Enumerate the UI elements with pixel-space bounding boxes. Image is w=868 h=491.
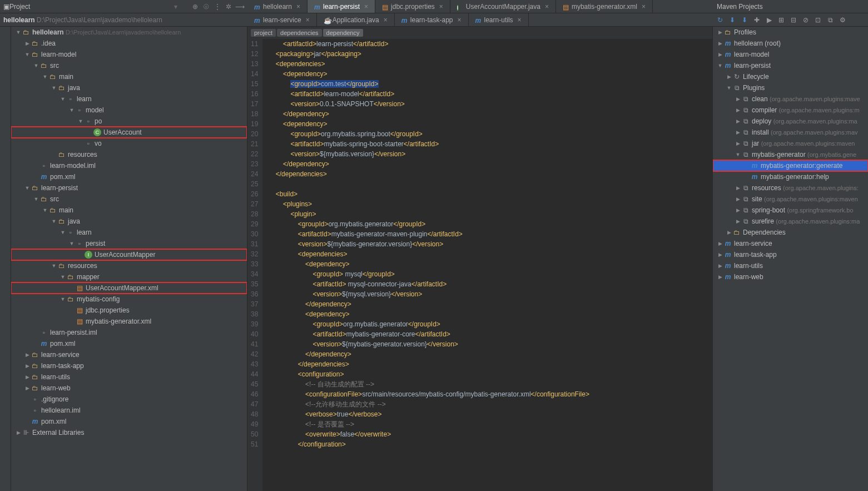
tree-arrow-icon[interactable]: ▼: [23, 185, 31, 191]
close-icon[interactable]: ×: [439, 3, 443, 11]
tree-arrow-icon[interactable]: ▼: [50, 219, 58, 224]
tree-item[interactable]: ▼🗀src: [11, 60, 247, 71]
tree-arrow-icon[interactable]: ▶: [716, 263, 724, 269]
close-icon[interactable]: ×: [364, 3, 368, 11]
add-icon[interactable]: ✚: [752, 16, 761, 24]
collapse-all-icon[interactable]: ⊡: [814, 16, 822, 24]
tree-arrow-icon[interactable]: ▶: [734, 185, 742, 191]
tree-arrow-icon[interactable]: ▼: [50, 85, 58, 91]
tree-arrow-icon[interactable]: ▶: [734, 107, 742, 113]
tree-arrow-icon[interactable]: ▼: [59, 96, 67, 102]
tree-item[interactable]: ▼🗀mapper: [11, 271, 247, 282]
tree-arrow-icon[interactable]: ▶: [725, 74, 733, 80]
close-icon[interactable]: ×: [545, 3, 549, 11]
tree-arrow-icon[interactable]: ▶: [716, 274, 724, 280]
maven-tree-item[interactable]: ▶⧉spring-boot (org.springframework.bo: [713, 205, 868, 216]
tree-arrow-icon[interactable]: ▶: [734, 219, 742, 224]
gear-icon[interactable]: ✲: [224, 2, 233, 11]
tree-arrow-icon[interactable]: ▼: [32, 196, 40, 202]
tree-arrow-icon[interactable]: ▼: [59, 296, 67, 302]
tree-item[interactable]: ▼🗀main: [11, 71, 247, 82]
maven-tree-item[interactable]: ▶mhellolearn (root): [713, 38, 868, 49]
tree-item[interactable]: ▼🗀java: [11, 216, 247, 227]
tree-arrow-icon[interactable]: ▶: [734, 96, 742, 102]
toggle-icon[interactable]: ⊞: [777, 16, 786, 24]
tree-item[interactable]: ▼🗀hellolearn D:\Project\Java\Learn\javad…: [11, 27, 247, 38]
collapse-icon[interactable]: ⊕: [191, 2, 200, 11]
editor-tab[interactable]: mhellolearn×: [247, 0, 307, 13]
maven-tree-item[interactable]: ▼mlearn-persist: [713, 60, 868, 71]
close-icon[interactable]: ×: [518, 16, 522, 24]
tree-arrow-icon[interactable]: ▶: [716, 29, 724, 35]
close-icon[interactable]: ×: [296, 3, 300, 11]
maven-tree-item[interactable]: ▶⧉clean (org.apache.maven.plugins:mave: [713, 93, 868, 105]
settings-icon[interactable]: ⧉: [826, 16, 835, 24]
tree-item[interactable]: ▼▫learn: [11, 227, 247, 238]
tree-item[interactable]: ▫.gitignore: [11, 394, 247, 405]
maven-tree-item[interactable]: ▶mlearn-task-app: [713, 249, 868, 260]
tree-item[interactable]: ▶🗀learn-task-app: [11, 360, 247, 371]
editor-tab[interactable]: mlearn-service×: [247, 13, 317, 27]
maven-tree-item[interactable]: ▶↻Lifecycle: [713, 71, 868, 82]
maven-tree-item[interactable]: ▼⧉Plugins: [713, 82, 868, 93]
skip-tests-icon[interactable]: ⊘: [801, 16, 810, 24]
code-content[interactable]: <artifactId>learn-persist</artifactId> <…: [262, 39, 589, 491]
maven-tree-item[interactable]: ▶⧉jar (org.apache.maven.plugins:maven: [713, 138, 868, 149]
tree-item[interactable]: ▼🗀java: [11, 82, 247, 93]
tree-item[interactable]: ▼🗀resources: [11, 260, 247, 271]
tree-arrow-icon[interactable]: ▼: [59, 274, 67, 280]
tree-item[interactable]: ▼🗀learn-persist: [11, 182, 247, 194]
tree-arrow-icon[interactable]: ▼: [734, 152, 742, 157]
maven-tree-item[interactable]: ▶mlearn-model: [713, 49, 868, 60]
maven-tree-item[interactable]: mmybatis-generator:generate: [713, 160, 868, 171]
tree-arrow-icon[interactable]: ▼: [41, 207, 49, 213]
editor-tab[interactable]: mlearn-persist×: [307, 0, 375, 13]
tree-arrow-icon[interactable]: ▶: [734, 207, 742, 213]
tree-arrow-icon[interactable]: ▶: [734, 130, 742, 135]
tree-arrow-icon[interactable]: ▼: [716, 63, 724, 68]
tree-item[interactable]: CUserAccount: [11, 127, 247, 138]
generate-sources-icon[interactable]: ⬇: [728, 16, 737, 24]
tree-arrow-icon[interactable]: ▼: [50, 263, 58, 269]
breadcrumb-item[interactable]: dependencies: [277, 29, 322, 37]
tree-item[interactable]: 🗀resources: [11, 149, 247, 160]
tree-arrow-icon[interactable]: ▶: [734, 196, 742, 202]
tree-arrow-icon[interactable]: ▼: [68, 241, 76, 246]
maven-tree-item[interactable]: ▶mlearn-web: [713, 271, 868, 282]
tree-item[interactable]: ▫hellolearn.iml: [11, 405, 247, 416]
maven-tree[interactable]: ▶🗀Profiles▶mhellolearn (root)▶mlearn-mod…: [712, 27, 868, 491]
tree-arrow-icon[interactable]: ▶: [716, 41, 724, 46]
close-icon[interactable]: ×: [306, 16, 310, 24]
tree-arrow-icon[interactable]: ▶: [23, 41, 31, 46]
run-icon[interactable]: ▶: [765, 16, 773, 24]
tree-item[interactable]: ▶🗀learn-web: [11, 383, 247, 394]
tree-item[interactable]: IUserAccountMapper: [11, 249, 247, 260]
toggle2-icon[interactable]: ⊟: [789, 16, 798, 24]
editor-tab[interactable]: ☕Application.java×: [317, 13, 395, 27]
tree-item[interactable]: ▤mybatis-generator.xml: [11, 316, 247, 327]
tree-item[interactable]: mpom.xml: [11, 171, 247, 182]
tree-arrow-icon[interactable]: ▶: [23, 352, 31, 358]
editor-tab[interactable]: IUserAccountMapper.java×: [450, 0, 556, 13]
tree-item[interactable]: mpom.xml: [11, 338, 247, 349]
tree-item[interactable]: ▫learn-model.iml: [11, 160, 247, 171]
maven-tree-item[interactable]: ▶🗀Dependencies: [713, 227, 868, 238]
editor-tab[interactable]: mlearn-utils×: [469, 13, 529, 27]
tree-arrow-icon[interactable]: ▼: [725, 85, 733, 91]
maven-tree-item[interactable]: ▶🗀Profiles: [713, 27, 868, 38]
reimport-icon[interactable]: ↻: [716, 16, 725, 24]
maven-tree-item[interactable]: ▶⧉compiler (org.apache.maven.plugins:m: [713, 105, 868, 116]
tree-arrow-icon[interactable]: ▶: [716, 241, 724, 246]
tree-arrow-icon[interactable]: ▼: [68, 107, 76, 113]
editor-tab[interactable]: ▤jdbc.properties×: [375, 0, 450, 13]
close-icon[interactable]: ×: [642, 3, 646, 11]
close-icon[interactable]: ×: [458, 16, 462, 24]
target-icon[interactable]: ⦾: [202, 2, 211, 11]
tree-item[interactable]: ▼▫model: [11, 105, 247, 116]
tree-item[interactable]: mpom.xml: [11, 416, 247, 427]
maven-tree-item[interactable]: ▶mlearn-service: [713, 238, 868, 249]
tree-arrow-icon[interactable]: ▼: [23, 52, 31, 57]
tree-item[interactable]: ▼🗀src: [11, 194, 247, 205]
tree-arrow-icon[interactable]: ▶: [14, 430, 22, 435]
tree-arrow-icon[interactable]: ▶: [23, 363, 31, 369]
